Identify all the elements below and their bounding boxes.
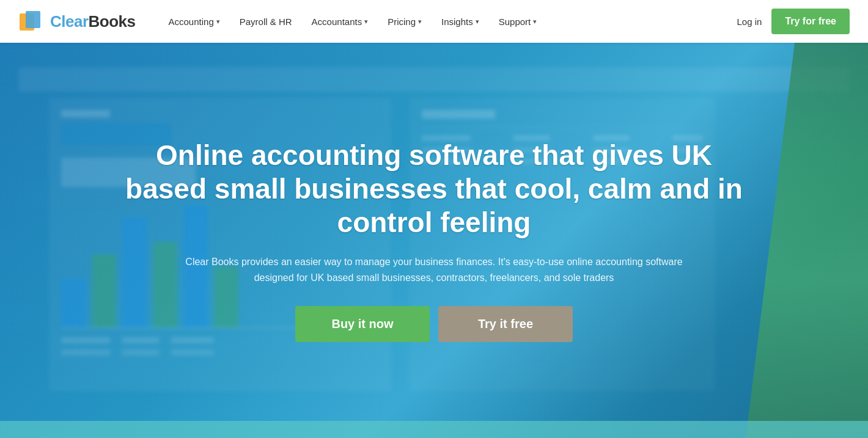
chevron-down-icon: ▾ [418,18,422,26]
hero-title: Online accounting software that gives UK… [122,139,746,240]
login-link[interactable]: Log in [737,16,762,27]
chevron-down-icon: ▾ [533,18,537,26]
svg-rect-1 [26,11,40,28]
nav-item-insights[interactable]: Insights ▾ [433,12,488,32]
buy-it-now-button[interactable]: Buy it now [295,306,430,342]
hero-section: Online accounting software that gives UK… [0,43,868,438]
nav-item-accountants[interactable]: Accountants ▾ [303,12,377,32]
logo[interactable]: ClearBooks [18,9,136,34]
navbar: ClearBooks Accounting ▾ Payroll & HR Acc… [0,0,868,43]
nav-item-accounting[interactable]: Accounting ▾ [160,12,229,32]
hero-buttons: Buy it now Try it free [295,306,573,342]
logo-icon [18,9,44,34]
chevron-down-icon: ▾ [216,18,220,26]
nav-right: Log in Try for free [737,9,850,34]
bottom-strip [0,421,868,438]
chevron-down-icon: ▾ [364,18,368,26]
hero-content: Online accounting software that gives UK… [0,43,868,438]
nav-item-payroll[interactable]: Payroll & HR [231,12,301,32]
try-it-free-button[interactable]: Try it free [438,306,573,342]
logo-text: ClearBooks [50,12,136,31]
chevron-down-icon: ▾ [476,18,479,26]
hero-subtitle: Clear Books provides an easier way to ma… [165,254,703,285]
try-for-free-button[interactable]: Try for free [771,9,850,34]
nav-links: Accounting ▾ Payroll & HR Accountants ▾ … [160,12,737,32]
nav-item-support[interactable]: Support ▾ [490,12,546,32]
nav-item-pricing[interactable]: Pricing ▾ [379,12,430,32]
